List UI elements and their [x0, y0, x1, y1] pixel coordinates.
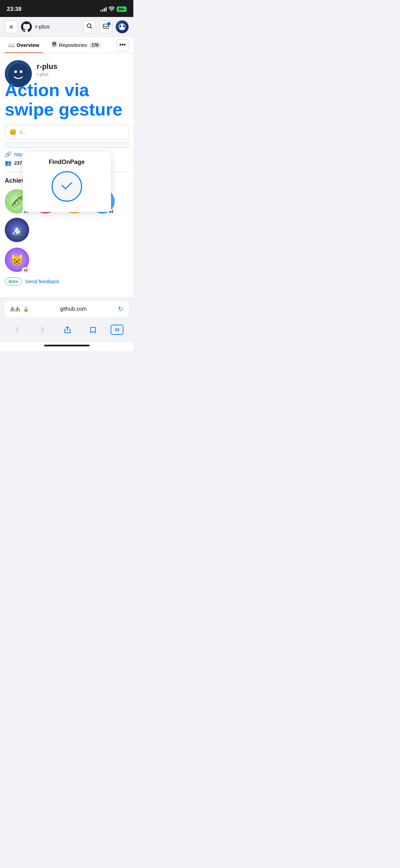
achievement-cat-count: x2 [22, 267, 30, 273]
more-tabs-button[interactable]: ••• [116, 39, 129, 51]
lock-icon: 🔒 [23, 306, 29, 312]
profile-info: r-plus r-plus [37, 60, 129, 77]
refresh-button[interactable]: ↻ [118, 305, 123, 313]
send-feedback-link[interactable]: Send feedback [25, 278, 59, 284]
find-on-page-overlay: FindOnPage [23, 152, 111, 212]
checkmark-icon [59, 178, 74, 195]
hamburger-icon: ≡ [9, 23, 13, 31]
tab-overview[interactable]: 📖 Overview [5, 37, 43, 53]
book-icon: 📖 [8, 42, 15, 48]
tab-bar: 📖 Overview Repositories 176 ••• [0, 37, 133, 53]
followers-number: 237 [14, 160, 22, 166]
achievement-night[interactable]: 🏔️ [5, 218, 29, 242]
nav-username: r-plus [35, 23, 80, 30]
status-emoji-icon: 😊 [9, 128, 17, 136]
followers-icon: 👥 [5, 160, 12, 166]
tabs-button[interactable]: 34 [111, 325, 123, 335]
find-check-circle [52, 171, 82, 202]
tab-repositories-label: Repositories [59, 42, 87, 48]
svg-line-1 [91, 27, 92, 29]
svg-point-9 [20, 70, 22, 73]
home-indicator [0, 342, 133, 351]
share-button[interactable] [60, 322, 75, 337]
ellipsis-icon: ••• [119, 41, 126, 49]
battery-indicator: 99+ [117, 6, 127, 12]
url-domain[interactable]: github.com [32, 306, 115, 312]
language-selector[interactable]: ああ [10, 306, 20, 312]
tab-overview-label: Overview [17, 42, 39, 48]
swipe-text-line2: swipe gesture [0, 100, 133, 119]
tab-repositories[interactable]: Repositories 176 [48, 37, 104, 53]
link-icon: 🔗 [5, 151, 12, 158]
user-avatar-nav[interactable] [116, 20, 129, 33]
profile-avatar[interactable] [5, 60, 32, 87]
forward-button[interactable] [35, 322, 50, 337]
signal-icon [100, 7, 107, 12]
browser-bottom: ああ 🔒 github.com ↻ 34 [0, 297, 133, 342]
svg-point-7 [8, 64, 28, 84]
back-button[interactable] [10, 322, 25, 337]
achievement-night-badge: 🏔️ [5, 218, 29, 242]
github-logo [21, 21, 32, 32]
status-time: 23:38 [7, 6, 21, 13]
svg-point-3 [121, 24, 123, 26]
wifi-icon [109, 6, 115, 12]
svg-point-0 [87, 24, 91, 28]
svg-point-8 [14, 70, 17, 73]
home-bar [44, 345, 90, 346]
achievements-grid-2: 😸 x2 [5, 248, 129, 272]
notification-dot [107, 22, 111, 25]
status-placeholder: S... [19, 129, 26, 135]
find-on-page-title: FindOnPage [49, 159, 84, 166]
browser-nav: ≡ r-plus [0, 17, 133, 37]
profile-subtext: r-plus [37, 72, 129, 77]
profile-username: r-plus [37, 62, 129, 71]
inbox-button[interactable] [99, 20, 112, 33]
status-input[interactable]: 😊 S... [5, 125, 129, 140]
repo-icon [52, 42, 57, 48]
menu-button[interactable]: ≡ [5, 20, 18, 33]
status-bar: 23:38 99+ [0, 0, 133, 17]
tabs-count: 34 [115, 327, 119, 332]
repositories-count-badge: 176 [89, 42, 101, 48]
main-content: r-plus r-plus Action via swipe gesture 😊… [0, 53, 133, 297]
url-bar[interactable]: ああ 🔒 github.com ↻ [5, 301, 129, 317]
browser-actions: 34 [5, 321, 129, 339]
profile-section: r-plus r-plus [5, 60, 129, 87]
beta-badge: Beta [5, 277, 22, 285]
achievement-cat[interactable]: 😸 x2 [5, 248, 29, 272]
bio-line [5, 142, 129, 148]
beta-section: Beta Send feedback [5, 277, 129, 291]
search-icon [87, 23, 93, 31]
status-icons: 99+ [100, 6, 127, 12]
bookmarks-button[interactable] [85, 322, 100, 337]
avatar-image [5, 60, 32, 87]
avatar-image [116, 20, 129, 33]
search-button[interactable] [83, 20, 96, 33]
